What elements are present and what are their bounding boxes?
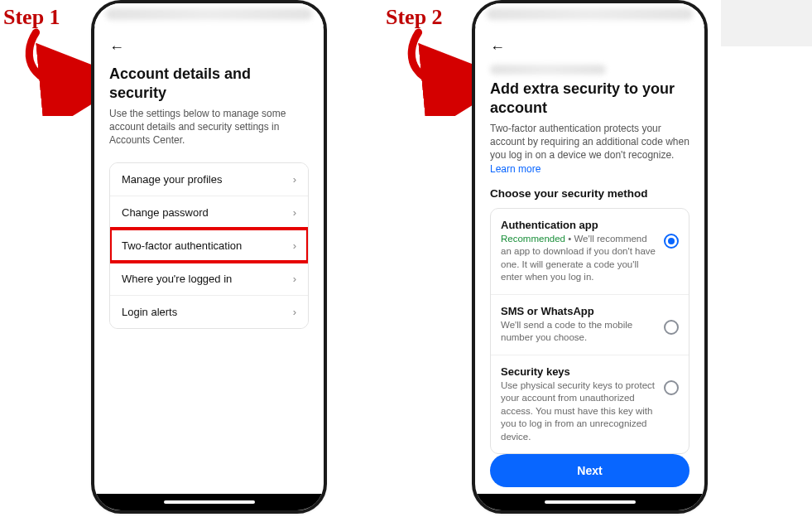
nav-pill	[545, 500, 636, 504]
phone-step2: ← Add extra security to your account Two…	[472, 0, 708, 514]
row-label: Where you're logged in	[122, 273, 232, 285]
row-two-factor-authentication[interactable]: Two-factor authentication ›	[110, 229, 308, 262]
status-bar	[94, 3, 324, 27]
option-title: Authentication app	[501, 219, 656, 231]
row-manage-profiles[interactable]: Manage your profiles ›	[110, 163, 308, 196]
row-where-logged-in[interactable]: Where you're logged in ›	[110, 262, 308, 295]
option-security-keys[interactable]: Security keys Use physical security keys…	[491, 355, 689, 454]
page-title: Add extra security to your account	[490, 80, 689, 117]
row-label: Change password	[122, 206, 209, 219]
chevron-right-icon: ›	[293, 239, 296, 252]
back-button[interactable]: ←	[490, 40, 505, 55]
android-nav-bar	[94, 494, 324, 510]
option-description: Use physical security keys to protect yo…	[501, 379, 656, 444]
option-title: SMS or WhatsApp	[501, 305, 656, 317]
screen1-body: ← Account details and security Use the s…	[94, 27, 324, 329]
chevron-right-icon: ›	[293, 206, 296, 219]
row-change-password[interactable]: Change password ›	[110, 196, 308, 229]
option-description: We'll send a code to the mobile number y…	[501, 319, 656, 345]
radio-unselected-icon[interactable]	[664, 320, 679, 335]
screen2-body: ← Add extra security to your account Two…	[475, 27, 704, 454]
step2-label: Step 2	[386, 5, 443, 30]
section-title: Choose your security method	[490, 187, 689, 200]
step1-label: Step 1	[3, 5, 60, 30]
learn-more-link[interactable]: Learn more	[490, 163, 541, 175]
page-subtitle: Use the settings below to manage some ac…	[109, 107, 309, 147]
option-title: Security keys	[501, 365, 656, 378]
radio-selected-icon[interactable]	[664, 234, 679, 249]
radio-unselected-icon[interactable]	[664, 380, 679, 395]
row-label: Manage your profiles	[122, 173, 222, 186]
row-label: Login alerts	[122, 306, 177, 318]
description-text: Two-factor authentication protects your …	[490, 123, 689, 161]
security-method-list: Authentication app Recommended • We'll r…	[490, 208, 689, 455]
tutorial-two-step: Step 1 Step 2 ← Account details and secu…	[0, 0, 812, 517]
row-login-alerts[interactable]: Login alerts ›	[110, 295, 308, 328]
chevron-right-icon: ›	[293, 173, 296, 186]
android-nav-bar	[475, 494, 704, 510]
page-title: Account details and security	[109, 65, 309, 102]
option-description: Recommended • We'll recommend an app to …	[501, 233, 656, 284]
phone-step1: ← Account details and security Use the s…	[91, 0, 327, 514]
breadcrumb-blur	[490, 65, 606, 75]
back-button[interactable]: ←	[109, 40, 124, 55]
decorative-strip	[721, 0, 812, 46]
next-button[interactable]: Next	[490, 454, 689, 487]
status-blur	[106, 8, 312, 20]
option-sms-whatsapp[interactable]: SMS or WhatsApp We'll send a code to the…	[491, 294, 689, 355]
chevron-right-icon: ›	[293, 273, 296, 285]
chevron-right-icon: ›	[293, 306, 296, 318]
option-authentication-app[interactable]: Authentication app Recommended • We'll r…	[491, 209, 689, 294]
page-description: Two-factor authentication protects your …	[490, 122, 689, 176]
nav-pill	[164, 500, 255, 504]
status-bar	[475, 3, 704, 27]
recommended-badge: Recommended	[501, 234, 565, 244]
settings-list: Manage your profiles › Change password ›…	[109, 162, 309, 329]
row-label: Two-factor authentication	[122, 239, 242, 252]
status-blur	[487, 8, 693, 20]
